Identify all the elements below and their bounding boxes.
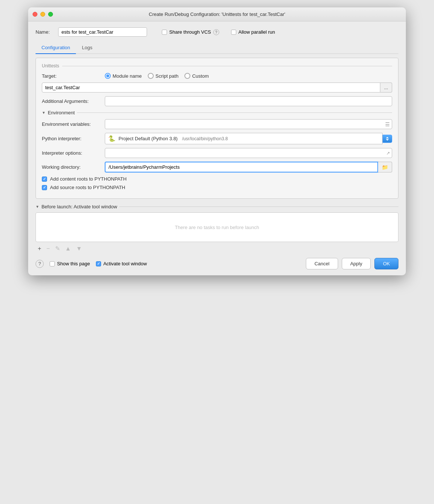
radio-script-path-circle[interactable]	[148, 73, 154, 79]
interpreter-options-row: Interpreter options: ↗	[42, 148, 392, 158]
env-variables-icon[interactable]: ☰	[385, 121, 390, 127]
tab-logs[interactable]: Logs	[76, 42, 98, 54]
window-title: Create Run/Debug Configuration: 'Unittes…	[149, 11, 285, 17]
before-launch-section: ▼ Before launch: Activate tool window Th…	[36, 204, 398, 253]
remove-task-button[interactable]: −	[44, 245, 52, 253]
bottom-row: ? Show this page Activate tool window Ca…	[36, 258, 398, 269]
additional-args-label: Additional Arguments:	[42, 98, 105, 104]
environment-collapse-arrow: ▼	[42, 111, 46, 115]
interpreter-path: /usr/local/bin/python3.8	[182, 136, 228, 141]
before-launch-title: Before launch: Activate tool window	[41, 204, 117, 209]
interpreter-options-input[interactable]	[105, 148, 392, 158]
action-buttons: Cancel Apply OK	[306, 258, 398, 269]
move-task-up-button[interactable]: ▲	[63, 245, 73, 253]
minimize-button[interactable]	[40, 12, 45, 17]
traffic-lights	[33, 12, 53, 17]
show-page-wrapper: Show this page	[50, 261, 90, 266]
environment-divider	[77, 112, 392, 113]
share-vcs-wrapper: Share through VCS ?	[162, 29, 219, 35]
before-launch-collapse-arrow: ▼	[36, 205, 39, 209]
additional-args-input[interactable]	[105, 96, 392, 106]
target-row: Target: Module name Script path Custom	[42, 73, 392, 79]
allow-parallel-label: Allow parallel run	[238, 29, 275, 35]
target-label: Target:	[42, 73, 105, 79]
python-interpreter-row: Python interpreter: 🐍 Project Default (P…	[42, 133, 392, 144]
titlebar: Create Run/Debug Configuration: 'Unittes…	[28, 7, 406, 21]
python-icon: 🐍	[108, 135, 116, 142]
share-vcs-help-icon[interactable]: ?	[213, 29, 219, 35]
working-directory-label: Working directory:	[42, 164, 105, 170]
tab-configuration[interactable]: Configuration	[36, 42, 76, 54]
name-row: Name: Share through VCS ? Allow parallel…	[36, 27, 398, 37]
radio-module-name-circle[interactable]	[105, 73, 111, 79]
working-directory-input[interactable]	[105, 162, 378, 172]
env-variables-input[interactable]	[105, 119, 392, 129]
share-vcs-label: Share through VCS	[169, 29, 211, 35]
working-directory-input-group: 📁	[105, 162, 392, 172]
folder-icon: 📁	[382, 164, 388, 170]
unittests-section-header: Unittests	[42, 63, 392, 68]
tasks-toolbar: + − ✎ ▲ ▼	[36, 242, 398, 253]
interpreter-options-label: Interpreter options:	[42, 150, 105, 156]
window-content: Name: Share through VCS ? Allow parallel…	[28, 21, 406, 275]
env-variables-label: Environment variables:	[42, 121, 105, 127]
interpreter-select-row: 🐍 Project Default (Python 3.8) /usr/loca…	[105, 133, 392, 144]
source-roots-label: Add source roots to PYTHONPATH	[50, 185, 125, 190]
interpreter-select[interactable]: 🐍 Project Default (Python 3.8) /usr/loca…	[105, 133, 383, 144]
radio-module-name-label: Module name	[113, 73, 142, 79]
share-vcs-checkbox[interactable]	[162, 30, 167, 35]
allow-parallel-wrapper: Allow parallel run	[231, 29, 275, 35]
source-roots-row: Add source roots to PYTHONPATH	[42, 185, 392, 190]
arrow-down-icon	[386, 139, 389, 141]
environment-collapse-header[interactable]: ▼ Environment	[42, 110, 392, 115]
environment-label: Environment	[48, 110, 75, 115]
name-input[interactable]	[58, 27, 147, 37]
python-interpreter-label: Python interpreter:	[42, 136, 105, 141]
expand-icon[interactable]: ↗	[386, 151, 390, 156]
radio-script-path-label: Script path	[156, 73, 178, 79]
close-button[interactable]	[33, 12, 37, 17]
env-variables-row: Environment variables: ☰	[42, 119, 392, 129]
radio-module-name[interactable]: Module name	[105, 73, 142, 79]
allow-parallel-checkbox[interactable]	[231, 30, 236, 35]
env-variables-input-wrapper: ☰	[105, 119, 392, 129]
working-directory-row: Working directory: 📁	[42, 162, 392, 172]
activate-tool-window-wrapper: Activate tool window	[96, 261, 147, 266]
interpreter-dropdown-arrow[interactable]	[383, 135, 392, 143]
help-button[interactable]: ?	[36, 260, 44, 268]
radio-custom-label: Custom	[192, 73, 209, 79]
cancel-button[interactable]: Cancel	[306, 258, 338, 269]
target-radio-group: Module name Script path Custom	[105, 73, 209, 79]
maximize-button[interactable]	[48, 12, 53, 17]
before-launch-header[interactable]: ▼ Before launch: Activate tool window	[36, 204, 398, 209]
apply-button[interactable]: Apply	[342, 258, 371, 269]
content-roots-checkbox[interactable]	[42, 177, 47, 182]
activate-tool-window-checkbox[interactable]	[96, 261, 101, 266]
edit-task-button[interactable]: ✎	[53, 244, 62, 253]
module-input[interactable]	[42, 83, 380, 93]
tabs: Configuration Logs	[36, 42, 398, 54]
name-label: Name:	[36, 29, 52, 35]
additional-args-row: Additional Arguments:	[42, 96, 392, 106]
ok-button[interactable]: OK	[374, 258, 398, 269]
configuration-panel: Unittests Target: Module name Script pat…	[36, 58, 398, 199]
content-roots-label: Add content roots to PYTHONPATH	[50, 176, 127, 182]
working-directory-browse-button[interactable]: 📁	[378, 162, 392, 172]
show-page-checkbox[interactable]	[50, 261, 55, 266]
interpreter-name: Project Default (Python 3.8)	[118, 136, 178, 141]
activate-tool-window-label: Activate tool window	[103, 261, 147, 266]
source-roots-checkbox[interactable]	[42, 185, 47, 190]
radio-script-path[interactable]: Script path	[148, 73, 178, 79]
main-window: Create Run/Debug Configuration: 'Unittes…	[28, 7, 406, 275]
move-task-down-button[interactable]: ▼	[74, 245, 84, 253]
interpreter-options-wrapper: ↗	[105, 148, 392, 158]
radio-custom[interactable]: Custom	[184, 73, 209, 79]
environment-section: ▼ Environment Environment variables: ☰ P…	[42, 110, 392, 190]
before-launch-divider	[119, 206, 398, 207]
add-task-button[interactable]: +	[36, 245, 43, 253]
module-browse-button[interactable]: ...	[380, 83, 392, 93]
no-tasks-text: There are no tasks to run before launch	[175, 225, 259, 230]
module-input-row: ...	[42, 83, 392, 93]
radio-custom-circle[interactable]	[184, 73, 190, 79]
show-page-label: Show this page	[57, 261, 90, 266]
